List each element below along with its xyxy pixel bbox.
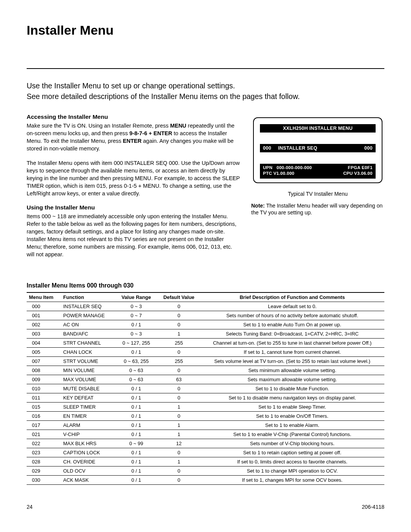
table-row: 007STRT VOLUME0 ~ 63, 255255Sets volume …: [27, 356, 384, 366]
cell-menu-item: 008: [27, 366, 61, 375]
page-number: 24: [27, 504, 33, 510]
cell-function: CAPTION LOCK: [61, 448, 115, 457]
cell-description: Set to 1 to disable Mute Function.: [200, 384, 384, 393]
bold-key-sequence: 9-8-7-6 + ENTER: [129, 130, 172, 136]
osd-item-label: INSTALLER SEQ: [278, 145, 317, 151]
intro-block: Use the Installer Menu to set up or chan…: [27, 80, 384, 102]
note-label: Note:: [251, 203, 265, 209]
cell-default-value: 0: [158, 475, 200, 484]
cell-value-range: 0 ~ 7: [115, 311, 158, 320]
cell-description: Set to 1 to enable Sleep Timer.: [200, 402, 384, 411]
table-row: 002AC ON0 / 10Set to 1 to enable Auto Tu…: [27, 320, 384, 329]
cell-function: V-CHIP: [61, 430, 115, 439]
cell-function: SLEEP TIMER: [61, 402, 115, 411]
cell-description: Sets minimum allowable volume setting.: [200, 366, 384, 375]
cell-value-range: 0 / 1: [115, 466, 158, 475]
cell-default-value: 0: [158, 384, 200, 393]
cell-function: MUTE DISABLE: [61, 384, 115, 393]
cell-default-value: 255: [158, 338, 200, 347]
osd-screenshot: XXLH250H INSTALLER MENU 000 INSTALLER SE…: [253, 117, 382, 183]
table-row: 016EN TIMER0 / 10Set to 1 to enable On/O…: [27, 411, 384, 420]
osd-ptc: PTC V1.00.000: [263, 171, 295, 177]
table-row: 017ALARM0 / 11Set to 1 to enable Alarm.: [27, 420, 384, 430]
cell-menu-item: 010: [27, 384, 61, 393]
document-id: 206-4118: [362, 504, 384, 510]
cell-function: STRT VOLUME: [61, 356, 115, 366]
cell-menu-item: 011: [27, 393, 61, 402]
cell-value-range: 0 / 1: [115, 393, 158, 402]
osd-gap: [260, 133, 376, 144]
osd-selected-row: 000 INSTALLER SEQ 000: [260, 144, 376, 152]
cell-menu-item: 022: [27, 439, 61, 448]
cell-function: ACK MASK: [61, 475, 115, 484]
intro-line-1: Use the Installer Menu to set up or chan…: [27, 80, 384, 91]
cell-function: POWER MANAGE: [61, 311, 115, 320]
cell-value-range: 0 / 1: [115, 430, 158, 439]
table-row: 000INSTALLER SEQ0 ~ 30Leave default set …: [27, 302, 384, 311]
osd-gap: [260, 152, 376, 164]
text-part: Make sure the TV is ON. Using an Install…: [27, 123, 170, 129]
cell-function: CHAN LOCK: [61, 347, 115, 356]
cell-description: Set to 1 to change MPI operation to OCV.: [200, 466, 384, 475]
cell-description: Sets number of hours of no activity befo…: [200, 311, 384, 320]
osd-footer: UPN 000-000-000-000 FPGA E0F1 PTC V1.00.…: [260, 164, 376, 179]
col-default-value: Default Value: [158, 292, 200, 302]
cell-default-value: 0: [158, 448, 200, 457]
right-column: XXLH250H INSTALLER MENU 000 INSTALLER SE…: [251, 113, 384, 265]
cell-default-value: 0: [158, 411, 200, 420]
cell-menu-item: 015: [27, 402, 61, 411]
cell-value-range: 0 / 1: [115, 448, 158, 457]
cell-function: AC ON: [61, 320, 115, 329]
cell-description: Set to 1 to enable Alarm.: [200, 420, 384, 430]
accessing-heading: Accessing the Installer Menu: [27, 113, 241, 120]
cell-function: KEY DEFEAT: [61, 393, 115, 402]
table-row: 009MAX VOLUME0 ~ 6363Sets maximum allowa…: [27, 375, 384, 384]
cell-function: MIN VOLUME: [61, 366, 115, 375]
osd-note: Note: The Installer Menu header will var…: [251, 202, 384, 217]
osd-footer-row-2: PTC V1.00.000 CPU V3.06.00: [263, 171, 373, 177]
table-row: 021V-CHIP0 / 11Set to 1 to enable V-Chip…: [27, 430, 384, 439]
osd-item-value: 000: [364, 145, 373, 151]
cell-value-range: 0 / 1: [115, 384, 158, 393]
cell-default-value: 1: [158, 329, 200, 338]
table-row: 003BAND/AFC0 ~ 31Selects Tuning Band: 0=…: [27, 329, 384, 338]
osd-upn-label: UPN: [263, 165, 272, 170]
osd-fpga: FPGA E0F1: [348, 165, 373, 171]
cell-default-value: 0: [158, 366, 200, 375]
cell-value-range: 0 ~ 3: [115, 329, 158, 338]
col-function: Function: [61, 292, 115, 302]
cell-description: Set to 1 to disable menu navigation keys…: [200, 393, 384, 402]
cell-function: EN TIMER: [61, 411, 115, 420]
cell-default-value: 0: [158, 311, 200, 320]
cell-default-value: 1: [158, 457, 200, 466]
table-header-row: Menu Item Function Value Range Default V…: [27, 292, 384, 302]
table-row: 005CHAN LOCK0 / 10If set to 1, cannot tu…: [27, 347, 384, 356]
cell-default-value: 12: [158, 439, 200, 448]
cell-description: Set to 1 to retain caption setting at po…: [200, 448, 384, 457]
cell-function: CH. OVERIDE: [61, 457, 115, 466]
cell-value-range: 0 / 1: [115, 347, 158, 356]
cell-default-value: 0: [158, 466, 200, 475]
table-row: 023CAPTION LOCK0 / 10Set to 1 to retain …: [27, 448, 384, 457]
table-row: 022MAX BLK HRS0 ~ 9912Sets number of V-C…: [27, 439, 384, 448]
cell-description: If set to 0, limits direct access to fav…: [200, 457, 384, 466]
cell-function: STRT CHANNEL: [61, 338, 115, 347]
cell-function: OLD OCV: [61, 466, 115, 475]
table-row: 004STRT CHANNEL0 ~ 127, 255255Channel at…: [27, 338, 384, 347]
table-row: 015SLEEP TIMER0 / 11Set to 1 to enable S…: [27, 402, 384, 411]
cell-menu-item: 003: [27, 329, 61, 338]
osd-cpu: CPU V3.06.00: [343, 171, 373, 177]
table-row: 001POWER MANAGE0 ~ 70Sets number of hour…: [27, 311, 384, 320]
osd-upn-value: 000-000-000-000: [277, 165, 312, 170]
bold-enter: ENTER: [123, 138, 142, 144]
cell-description: Channel at turn-on. (Set to 255 to tune …: [200, 338, 384, 347]
page-footer: 24 206-4118: [27, 504, 384, 510]
cell-menu-item: 016: [27, 411, 61, 420]
cell-default-value: 1: [158, 420, 200, 430]
cell-value-range: 0 / 1: [115, 320, 158, 329]
cell-function: ALARM: [61, 420, 115, 430]
cell-menu-item: 007: [27, 356, 61, 366]
cell-function: MAX VOLUME: [61, 375, 115, 384]
accessing-paragraph-2: The Installer Menu opens with item 000 I…: [27, 159, 241, 197]
two-column-layout: Accessing the Installer Menu Make sure t…: [27, 113, 384, 265]
